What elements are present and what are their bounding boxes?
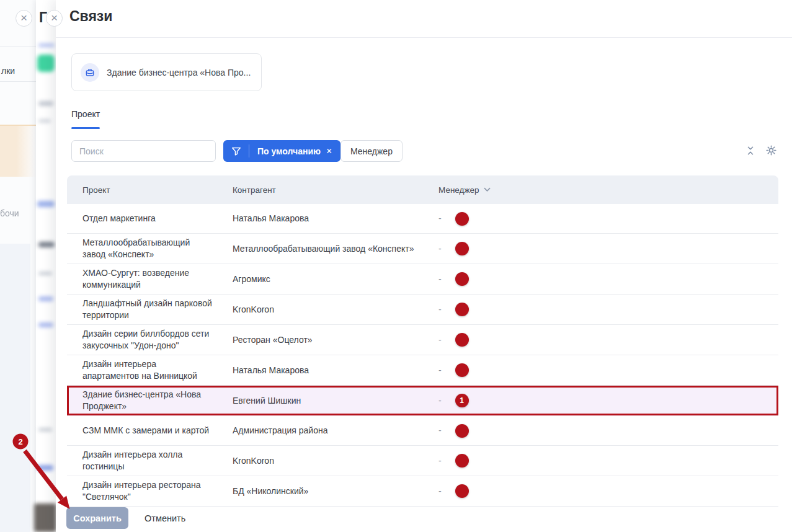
cell-project: Дизайн интерьера холла гостиницы: [67, 446, 233, 476]
background-panel: [0, 244, 30, 532]
annotation-badge-1: [455, 484, 469, 498]
annotation-badge-1: [455, 242, 469, 255]
cell-project: Дизайн интерьера апартаментов на Винницк…: [67, 355, 233, 385]
manager-empty-value: -: [438, 365, 442, 376]
table-header: Проект Контрагент Менеджер: [67, 175, 778, 204]
relations-table: Проект Контрагент Менеджер Отдел маркети…: [67, 175, 778, 507]
close-icon: ×: [20, 12, 27, 24]
manager-filter-label: Менеджер: [350, 146, 393, 156]
remove-filter-icon[interactable]: ×: [326, 146, 332, 156]
blurred-heading: [38, 242, 55, 247]
annotation-badge-1: [455, 424, 469, 438]
filter-chip-label: По умолчанию: [257, 146, 321, 156]
search-input[interactable]: [71, 140, 216, 162]
cell-manager: -: [438, 421, 778, 441]
manager-empty-value: -: [438, 304, 442, 316]
cell-counterparty: Администрация района: [233, 422, 438, 440]
funnel-icon[interactable]: [223, 140, 249, 162]
blurred-link: [37, 465, 53, 471]
manager-empty-value: -: [438, 425, 442, 437]
cell-manager: -: [438, 269, 778, 289]
cell-manager: -: [438, 209, 778, 229]
table-row[interactable]: Отдел маркетинга Наталья Макарова -: [67, 204, 778, 234]
table-row[interactable]: Дизайн интерьера холла гостиницы KronKor…: [67, 446, 778, 476]
entity-card[interactable]: Здание бизнес-центра «Нова Про...: [71, 53, 262, 91]
annotation-badge-1: [455, 363, 469, 377]
modal-title: Связи: [69, 8, 112, 25]
column-header-manager[interactable]: Менеджер: [438, 185, 778, 195]
annotation-badge-1: [455, 454, 469, 468]
annotation-badge-1: [455, 303, 469, 316]
manager-empty-value: -: [438, 455, 442, 467]
divider: [0, 47, 36, 47]
cell-project: Металлообрабатывающий завод «Конспект»: [67, 234, 233, 264]
table-row[interactable]: Дизайн серии биллбордов сети закусочных …: [67, 325, 778, 355]
blurred-content: [38, 101, 53, 106]
annotation-badge-1: [455, 333, 469, 347]
annotation-badge-1: [455, 272, 469, 286]
cell-manager: -: [438, 239, 778, 259]
column-header-project: Проект: [67, 185, 233, 195]
filter-chip-default[interactable]: По умолчанию ×: [249, 146, 340, 156]
cell-project: Дизайн интерьера ресторана "Светлячок": [67, 476, 233, 506]
annotation-badge-1: 1: [455, 394, 469, 407]
table-row[interactable]: Металлообрабатывающий завод «Конспект» М…: [67, 234, 778, 264]
cell-manager: - 1: [438, 391, 778, 410]
save-button[interactable]: Сохранить: [66, 507, 128, 529]
manager-empty-value: -: [438, 243, 442, 255]
collapse-rows-icon[interactable]: [746, 145, 755, 156]
divider: [0, 81, 36, 82]
manager-empty-value: -: [438, 395, 442, 407]
tab-active-underline: [71, 127, 100, 129]
cell-counterparty: Агромикс: [233, 270, 438, 288]
cell-manager: -: [438, 481, 778, 501]
background-partial-text: бочи: [0, 208, 19, 218]
cell-project: Дизайн серии биллбордов сети закусочных …: [67, 325, 233, 355]
blurred-content: [38, 119, 51, 123]
cell-counterparty: Ресторан «Оцелот»: [233, 331, 438, 349]
background-partial-text: лки: [1, 66, 15, 76]
blurred-content: [38, 43, 55, 47]
cell-counterparty: Наталья Макарова: [233, 361, 438, 379]
manager-empty-value: -: [438, 334, 442, 346]
cell-counterparty: Евгений Шишкин: [233, 392, 438, 410]
column-header-counterparty: Контрагент: [233, 185, 438, 195]
annotation-badge-1: [455, 212, 469, 226]
table-row[interactable]: Здание бизнес-центра «Нова Проджект» Евг…: [67, 386, 778, 416]
blurred-link: [37, 201, 55, 207]
table-row[interactable]: ХМАО-Сургут: возведение коммуникаций Агр…: [67, 264, 778, 295]
cell-counterparty: БД «Николинский»: [233, 482, 438, 500]
cell-manager: -: [438, 451, 778, 471]
manager-empty-value: -: [438, 213, 442, 224]
entity-card-label: Здание бизнес-центра «Нова Про...: [107, 68, 251, 78]
manager-empty-value: -: [438, 485, 442, 497]
cancel-button[interactable]: Отменить: [145, 507, 185, 529]
table-row[interactable]: СЗМ ММК с замерами и картой Администраци…: [67, 416, 778, 446]
sort-chevron-down-icon: [484, 187, 491, 192]
cell-counterparty: KronKoron: [233, 301, 438, 319]
blurred-avatar: [34, 503, 56, 532]
cell-manager: -: [438, 330, 778, 350]
tab-project[interactable]: Проект: [71, 109, 100, 119]
cell-project: Здание бизнес-центра «Нова Проджект»: [67, 386, 233, 415]
cell-counterparty: Наталья Макарова: [233, 210, 438, 228]
relations-modal: Связи Здание бизнес-центра «Нова Про... …: [56, 0, 792, 532]
blurred-link: [38, 296, 53, 301]
filter-button[interactable]: По умолчанию ×: [223, 140, 340, 162]
cell-counterparty: KronKoron: [233, 452, 438, 470]
table-row[interactable]: Дизайн интерьера апартаментов на Винницк…: [67, 355, 778, 386]
close-icon: ×: [51, 12, 58, 24]
gear-icon[interactable]: [765, 144, 777, 156]
manager-filter-button[interactable]: Менеджер: [340, 140, 403, 162]
cell-manager: -: [438, 360, 778, 380]
table-row[interactable]: Дизайн интерьера ресторана "Светлячок" Б…: [67, 476, 778, 507]
cell-manager: -: [438, 299, 778, 319]
background-page: лки бочи: [0, 0, 36, 532]
close-modal-button[interactable]: ×: [46, 10, 63, 27]
close-underlying-panel-button[interactable]: ×: [16, 10, 32, 27]
table-row[interactable]: Ландшафтный дизайн парковой территории K…: [67, 295, 778, 325]
blurred-content: [38, 272, 52, 275]
divider: [56, 37, 792, 38]
background-highlighted-block: [0, 125, 36, 177]
cell-counterparty: Металлообрабатывающий завод «Конспект»: [233, 240, 438, 258]
